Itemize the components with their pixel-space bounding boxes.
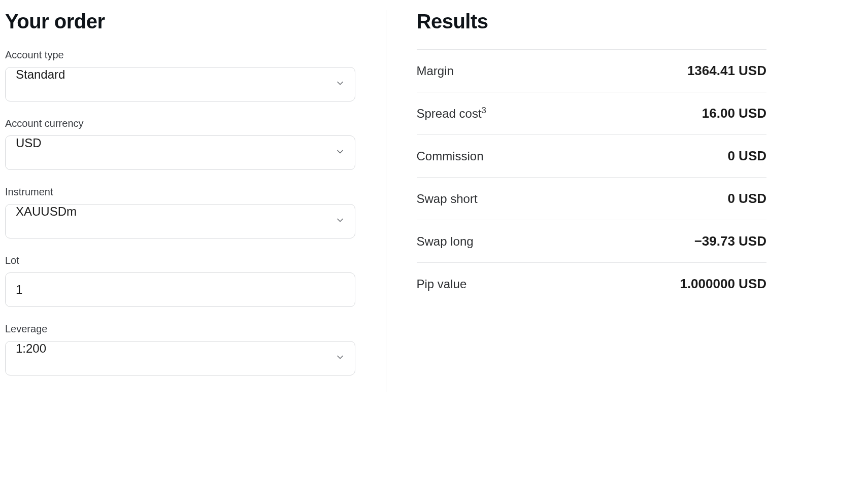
account-currency-select[interactable]: USD <box>5 135 355 170</box>
result-label: Pip value <box>417 277 467 291</box>
results-list: Margin 1364.41 USD Spread cost3 16.00 US… <box>417 49 767 305</box>
result-value: 1.000000 USD <box>680 276 766 292</box>
result-label: Spread cost3 <box>417 107 486 121</box>
leverage-select[interactable]: 1:200 <box>5 341 355 375</box>
results-title: Results <box>417 10 767 33</box>
lot-label: Lot <box>5 255 355 266</box>
result-label: Swap short <box>417 192 478 206</box>
result-row-commission: Commission 0 USD <box>417 135 767 178</box>
order-title: Your order <box>5 10 355 33</box>
result-row-margin: Margin 1364.41 USD <box>417 50 767 92</box>
results-panel: Results Margin 1364.41 USD Spread cost3 … <box>386 10 767 392</box>
result-value: −39.73 USD <box>694 233 766 249</box>
result-value: 1364.41 USD <box>687 63 766 79</box>
result-value: 0 USD <box>727 191 766 207</box>
account-type-group: Account type Standard <box>5 49 355 101</box>
instrument-label: Instrument <box>5 186 355 198</box>
result-label: Swap long <box>417 234 474 249</box>
order-panel: Your order Account type Standard Account… <box>5 10 386 392</box>
result-row-swap-short: Swap short 0 USD <box>417 178 767 220</box>
result-value: 16.00 USD <box>702 106 766 121</box>
result-label: Margin <box>417 64 454 78</box>
instrument-select[interactable]: XAUUSDm <box>5 204 355 238</box>
leverage-group: Leverage 1:200 <box>5 323 355 375</box>
account-type-select[interactable]: Standard <box>5 67 355 101</box>
account-currency-label: Account currency <box>5 118 355 129</box>
account-type-label: Account type <box>5 49 355 61</box>
account-currency-group: Account currency USD <box>5 118 355 170</box>
lot-group: Lot <box>5 255 355 307</box>
leverage-label: Leverage <box>5 323 355 335</box>
result-row-spread-cost: Spread cost3 16.00 USD <box>417 92 767 135</box>
result-label: Commission <box>417 149 484 163</box>
result-value: 0 USD <box>727 148 766 164</box>
instrument-group: Instrument XAUUSDm <box>5 186 355 238</box>
lot-input[interactable] <box>5 272 355 307</box>
result-row-swap-long: Swap long −39.73 USD <box>417 220 767 263</box>
result-row-pip-value: Pip value 1.000000 USD <box>417 263 767 305</box>
